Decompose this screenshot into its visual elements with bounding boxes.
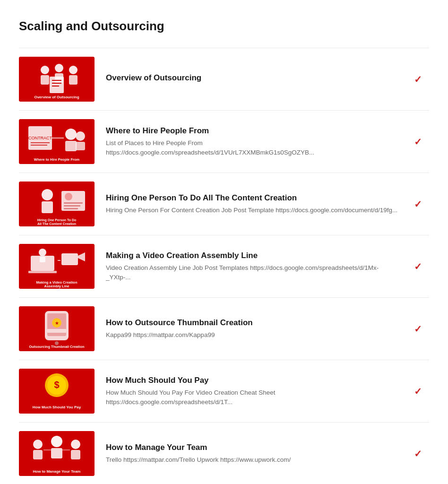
svg-text:★: ★: [55, 320, 59, 326]
svg-point-3: [55, 64, 63, 72]
svg-point-61: [71, 440, 80, 449]
lesson-title-1: Overview of Outsourcing: [106, 73, 400, 83]
lesson-title-7: How to Manage Your Team: [106, 442, 400, 453]
svg-text:Assembly Line: Assembly Line: [44, 284, 69, 288]
svg-point-59: [51, 436, 62, 447]
svg-rect-25: [42, 201, 53, 213]
lesson-content-7: How to Manage Your TeamTrello https://ma…: [106, 442, 400, 465]
svg-point-57: [33, 440, 43, 449]
svg-text:Where to Hire People From: Where to Hire People From: [34, 157, 80, 162]
lesson-desc-6: How Much Should You Pay For Video Creati…: [106, 388, 400, 407]
svg-rect-28: [64, 202, 83, 204]
lesson-check-6: ✓: [411, 386, 424, 397]
lesson-item-5[interactable]: ★ Outsourcing Thumbnail Creation How to …: [19, 298, 429, 360]
svg-rect-35: [28, 271, 57, 273]
svg-text:Overview of Outsourcing: Overview of Outsourcing: [34, 95, 79, 99]
svg-rect-62: [71, 450, 80, 459]
lesson-desc-4: Video Creation Assembly Line Job Post Te…: [106, 263, 400, 283]
lesson-thumbnail-2: CONTRACT Where to Hire People From: [19, 119, 95, 164]
svg-rect-58: [33, 450, 43, 459]
svg-text:Hiring One Person To Do: Hiring One Person To Do: [37, 218, 77, 222]
svg-text:How Much Should You Pay: How Much Should You Pay: [33, 405, 81, 409]
lesson-thumbnail-5: ★ Outsourcing Thumbnail Creation: [19, 306, 95, 351]
svg-text:$: $: [54, 380, 59, 390]
svg-rect-48: [47, 329, 66, 333]
svg-rect-26: [61, 191, 85, 211]
lesson-title-5: How to Outsource Thumbnail Creation: [106, 318, 400, 328]
lesson-desc-2: List of Places to Hire People From https…: [106, 138, 400, 158]
lesson-check-1: ✓: [411, 74, 424, 85]
svg-rect-36: [61, 253, 78, 265]
lesson-item-1[interactable]: Overview of Outsourcing Overview of Outs…: [19, 48, 429, 111]
svg-point-38: [39, 249, 46, 256]
lesson-content-3: Hiring One Person To Do All The Content …: [106, 193, 400, 215]
lesson-thumbnail-7: How to Manage Your Team: [19, 431, 95, 476]
svg-rect-39: [40, 257, 45, 262]
svg-point-1: [41, 66, 49, 74]
lesson-thumbnail-3: Hiring One Person To Do All The Content …: [19, 182, 95, 226]
svg-text:CONTRACT: CONTRACT: [28, 136, 52, 140]
lesson-item-4[interactable]: Making a Video Creation Assembly Line Ma…: [19, 235, 429, 298]
lesson-content-2: Where to Hire People FromList of Places …: [106, 126, 400, 158]
lesson-content-5: How to Outsource Thumbnail CreationKappa…: [106, 318, 400, 340]
lesson-item-6[interactable]: $ How Much Should You Pay How Much Shoul…: [19, 360, 429, 423]
svg-point-17: [65, 129, 77, 140]
lesson-thumbnail-6: $ How Much Should You Pay: [19, 369, 95, 414]
svg-rect-6: [69, 75, 78, 85]
lesson-title-6: How Much Should You Pay: [106, 375, 400, 386]
lesson-thumbnail-4: Making a Video Creation Assembly Line: [19, 244, 95, 289]
lesson-list: Overview of Outsourcing Overview of Outs…: [19, 48, 429, 484]
svg-rect-20: [76, 142, 85, 150]
svg-point-5: [69, 66, 78, 74]
svg-rect-30: [64, 208, 78, 209]
svg-rect-60: [51, 448, 62, 458]
lesson-check-7: ✓: [411, 448, 424, 459]
lesson-check-4: ✓: [411, 261, 424, 272]
lesson-desc-5: Kappa99 https://mattpar.com/Kappa99: [106, 330, 400, 340]
lesson-item-7[interactable]: How to Manage Your Team How to Manage Yo…: [19, 423, 429, 484]
svg-rect-2: [41, 75, 49, 85]
svg-rect-29: [64, 205, 80, 207]
lesson-content-4: Making a Video Creation Assembly LineVid…: [106, 251, 400, 283]
svg-text:How to Manage Your Team: How to Manage Your Team: [33, 469, 81, 474]
svg-point-27: [65, 193, 72, 200]
lesson-title-4: Making a Video Creation Assembly Line: [106, 251, 400, 261]
lesson-check-2: ✓: [411, 136, 424, 147]
lesson-desc-7: Trello https://mattpar.com/Trello Upwork…: [106, 455, 400, 465]
lesson-desc-3: Hiring One Person For Content Creation J…: [106, 206, 400, 215]
main-container: Scaling and Outsourcing Overview of Outs…: [0, 0, 448, 484]
svg-point-24: [42, 189, 53, 200]
lesson-content-6: How Much Should You PayHow Much Should Y…: [106, 375, 400, 407]
section-title: Scaling and Outsourcing: [19, 19, 429, 34]
svg-point-19: [76, 131, 85, 141]
svg-rect-7: [50, 77, 64, 93]
lesson-title-2: Where to Hire People From: [106, 126, 400, 136]
lesson-check-5: ✓: [411, 323, 424, 335]
lesson-item-3[interactable]: Hiring One Person To Do All The Content …: [19, 173, 429, 235]
lesson-content-1: Overview of Outsourcing: [106, 73, 400, 86]
svg-text:All The Content Creation: All The Content Creation: [37, 222, 76, 225]
svg-text:Outsourcing Thumbnail Creation: Outsourcing Thumbnail Creation: [29, 345, 85, 349]
lesson-item-2[interactable]: CONTRACT Where to Hire People From Where…: [19, 111, 429, 173]
lesson-check-3: ✓: [411, 199, 424, 210]
lesson-title-3: Hiring One Person To Do All The Content …: [106, 193, 400, 203]
svg-rect-18: [65, 141, 77, 151]
lesson-thumbnail-1: Overview of Outsourcing: [19, 57, 95, 102]
